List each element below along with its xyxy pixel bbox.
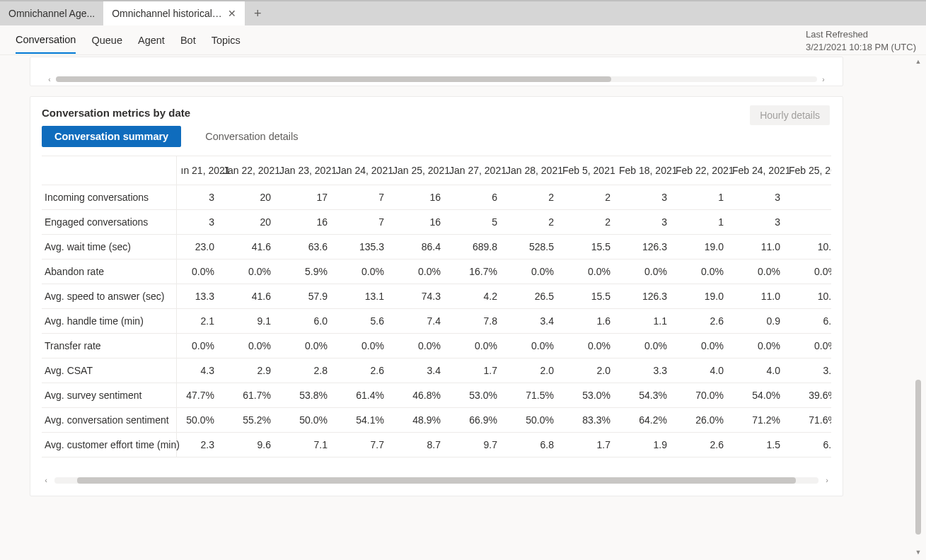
scroll-left-icon[interactable]: ‹ [42, 476, 50, 484]
scroll-left-icon[interactable]: ‹ [46, 76, 53, 83]
row-value: 20 [219, 185, 275, 210]
doc-tab-active[interactable]: Omnichannel historical an... ✕ [103, 1, 245, 25]
header-date: Jan 25, 2021 [388, 156, 445, 185]
row-value: 0.0% [445, 334, 502, 358]
nav-topics[interactable]: Topics [212, 28, 241, 53]
row-value: 0.0% [671, 259, 728, 284]
row-value: 5 [785, 210, 831, 235]
scroll-track[interactable] [54, 477, 818, 484]
scroll-thumb[interactable] [77, 477, 795, 484]
scroll-up-icon[interactable]: ▲ [913, 58, 923, 66]
scroll-thumb[interactable] [56, 76, 611, 82]
row-value: 4.3 [176, 358, 219, 383]
nav-bot[interactable]: Bot [180, 28, 196, 53]
row-value: 135.3 [332, 235, 388, 259]
row-value: 16 [388, 185, 445, 210]
report-nav: Conversation Queue Agent Bot Topics Last… [0, 25, 926, 55]
upper-panel-hscroll[interactable]: ‹ › [46, 76, 827, 83]
header-date: Jan 27, 2021 [445, 156, 502, 185]
scroll-track[interactable] [56, 76, 817, 82]
row-value: 8.7 [388, 433, 445, 457]
report-body: ‹ › Conversation metrics by date Hourly … [0, 57, 909, 560]
row-value: 15.5 [558, 235, 615, 259]
table-row: Avg. handle time (min)2.19.16.05.67.47.8… [42, 309, 831, 334]
row-value: 10.8 [785, 284, 831, 309]
row-value: 1 [671, 210, 728, 235]
row-value: 19.0 [671, 235, 728, 259]
row-label: Engaged conversations [42, 210, 176, 235]
card-hscroll[interactable]: ‹ › [42, 476, 831, 484]
row-value: 15.5 [558, 284, 615, 309]
row-value: 2.8 [275, 358, 332, 383]
row-value: 3 [615, 185, 671, 210]
row-value: 16.7% [445, 259, 502, 284]
row-value: 4.0 [671, 358, 728, 383]
row-value: 26.5 [502, 284, 558, 309]
row-value: 2 [502, 185, 558, 210]
scroll-down-icon[interactable]: ▼ [913, 549, 923, 557]
row-value: 54.0% [728, 383, 785, 408]
row-value: 3.4 [388, 358, 445, 383]
row-value: 53.0% [558, 383, 615, 408]
doc-tab-inactive[interactable]: Omnichannel Age... [0, 1, 103, 25]
vscroll-track[interactable] [915, 66, 921, 549]
row-value: 86.4 [388, 235, 445, 259]
page-vscroll[interactable]: ▲ ▼ [913, 58, 923, 557]
vscroll-thumb[interactable] [915, 380, 921, 534]
row-value: 13.3 [176, 284, 219, 309]
row-value: 0.0% [671, 334, 728, 358]
row-value: 2.3 [176, 433, 219, 457]
row-value: 13.1 [332, 284, 388, 309]
card-title: Conversation metrics by date [42, 107, 831, 119]
scroll-right-icon[interactable]: › [823, 476, 831, 484]
row-value: 0.0% [785, 334, 831, 358]
subtab-conversation-summary[interactable]: Conversation summary [42, 126, 181, 147]
new-tab-button[interactable]: + [245, 1, 270, 25]
row-value: 7.8 [445, 309, 502, 334]
row-value: 6 [445, 185, 502, 210]
row-value: 23.0 [176, 235, 219, 259]
nav-agent[interactable]: Agent [138, 28, 165, 53]
row-label: Avg. wait time (sec) [42, 235, 176, 259]
row-value: 46.8% [388, 383, 445, 408]
scroll-right-icon[interactable]: › [820, 76, 827, 83]
row-value: 0.0% [176, 259, 219, 284]
row-value: 6.3 [785, 309, 831, 334]
row-value: 11.0 [728, 235, 785, 259]
row-value: 16 [388, 210, 445, 235]
close-icon[interactable]: ✕ [228, 8, 236, 19]
row-value: 0.0% [219, 259, 275, 284]
header-date: Feb 22, 2021 [671, 156, 728, 185]
row-value: 39.6% [785, 383, 831, 408]
row-value: 0.0% [615, 334, 671, 358]
row-value: 1 [671, 185, 728, 210]
header-blank [42, 156, 176, 185]
row-value: 4.0 [728, 358, 785, 383]
metrics-table-wrap: ın 21, 2021 Jan 22, 2021 Jan 23, 2021 Ja… [42, 156, 831, 457]
row-value: 70.0% [671, 383, 728, 408]
header-date: Jan 28, 2021 [502, 156, 558, 185]
row-value: 0.0% [176, 334, 219, 358]
table-header-row: ın 21, 2021 Jan 22, 2021 Jan 23, 2021 Ja… [42, 156, 831, 185]
row-value: 26.0% [671, 408, 728, 433]
header-date: Jan 22, 2021 [219, 156, 275, 185]
row-value: 61.7% [219, 383, 275, 408]
row-value: 2 [502, 210, 558, 235]
nav-queue[interactable]: Queue [91, 28, 122, 53]
row-value: 0.0% [615, 259, 671, 284]
row-value: 53.0% [445, 383, 502, 408]
row-label: Avg. handle time (min) [42, 309, 176, 334]
row-value: 3 [615, 210, 671, 235]
subtab-conversation-details[interactable]: Conversation details [199, 126, 311, 147]
row-value: 2.9 [219, 358, 275, 383]
nav-conversation[interactable]: Conversation [16, 27, 76, 54]
doc-tab-active-label: Omnichannel historical an... [112, 8, 222, 19]
row-value: 20 [219, 210, 275, 235]
row-value: 2 [558, 210, 615, 235]
row-value: 7.4 [388, 309, 445, 334]
hourly-details-button[interactable]: Hourly details [750, 105, 830, 125]
row-value: 2.6 [671, 309, 728, 334]
row-value: 1.1 [615, 309, 671, 334]
row-label: Avg. CSAT [42, 358, 176, 383]
row-value: 5 [785, 185, 831, 210]
